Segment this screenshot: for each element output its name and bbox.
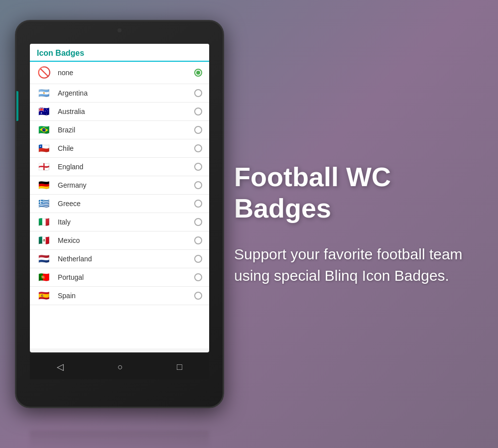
radio-button[interactable] — [194, 89, 202, 97]
flag-icon: 🇦🇺 — [37, 107, 51, 116]
item-label: none — [58, 69, 194, 77]
app-header: Icon Badges — [30, 44, 209, 62]
item-label: Netherland — [58, 255, 194, 263]
radio-button[interactable] — [194, 126, 202, 134]
no-badge-icon: 🚫 — [37, 66, 51, 80]
flag-icon: 🇮🇹 — [37, 217, 51, 227]
right-panel: Football WC Badges Support your favorite… — [209, 141, 498, 306]
flag-icon: 🏴󠁧󠁢󠁥󠁮󠁧󠁿 — [37, 162, 51, 172]
radio-button[interactable] — [194, 255, 202, 263]
radio-button[interactable] — [194, 218, 202, 226]
item-label: England — [58, 163, 194, 171]
list-item[interactable]: 🇦🇷 Argentina — [30, 84, 209, 103]
radio-button[interactable] — [194, 144, 202, 152]
flag-icon: 🇳🇱 — [37, 254, 51, 264]
tablet-device: Icon Badges 🚫 none 🇦🇷 Argentina 🇦🇺 Austr… — [15, 20, 224, 428]
app-title: Icon Badges — [37, 49, 84, 57]
list-item[interactable]: 🇧🇷 Brazil — [30, 121, 209, 139]
item-label: Australia — [58, 108, 194, 115]
list-item[interactable]: 🇵🇹 Portugal — [30, 268, 209, 287]
list-item[interactable]: 🇳🇱 Netherland — [30, 250, 209, 268]
tablet-reflection — [30, 431, 209, 448]
list-item[interactable]: 🚫 none — [30, 62, 209, 84]
radio-button[interactable] — [194, 200, 202, 208]
list-item[interactable]: 🏴󠁧󠁢󠁥󠁮󠁧󠁿 England — [30, 158, 209, 176]
list-item[interactable]: 🇮🇹 Italy — [30, 213, 209, 231]
list-item[interactable]: 🇪🇸 Spain — [30, 287, 209, 305]
item-label: Mexico — [58, 236, 194, 244]
app-list[interactable]: 🚫 none 🇦🇷 Argentina 🇦🇺 Australia 🇧🇷 Braz… — [30, 62, 209, 348]
radio-button[interactable] — [194, 163, 202, 171]
item-label: Italy — [58, 218, 194, 226]
radio-button[interactable] — [194, 181, 202, 189]
flag-icon: 🇨🇱 — [37, 143, 51, 153]
item-label: Germany — [58, 181, 194, 189]
subtitle-text: Support your favorite football team usin… — [234, 243, 473, 287]
recent-button[interactable]: □ — [177, 362, 182, 372]
item-label: Argentina — [58, 89, 194, 97]
flag-icon: 🇪🇸 — [37, 291, 51, 301]
flag-icon: 🇵🇹 — [37, 272, 51, 282]
main-title: Football WC Badges — [234, 161, 473, 223]
tablet-camera — [118, 28, 122, 32]
flag-icon: 🇩🇪 — [37, 180, 51, 190]
item-label: Greece — [58, 200, 194, 208]
list-item[interactable]: 🇦🇺 Australia — [30, 103, 209, 121]
tablet-body: Icon Badges 🚫 none 🇦🇷 Argentina 🇦🇺 Austr… — [15, 20, 224, 408]
flag-icon: 🇬🇷 — [37, 199, 51, 209]
list-item[interactable]: 🇩🇪 Germany — [30, 176, 209, 195]
list-item[interactable]: 🇨🇱 Chile — [30, 139, 209, 158]
radio-button[interactable] — [194, 236, 202, 244]
tablet-screen: Icon Badges 🚫 none 🇦🇷 Argentina 🇦🇺 Austr… — [30, 44, 209, 352]
volume-button — [16, 91, 18, 121]
flag-icon: 🇦🇷 — [37, 88, 51, 98]
radio-button[interactable] — [194, 69, 202, 77]
flag-icon: 🇧🇷 — [37, 125, 51, 135]
list-item[interactable]: 🇬🇷 Greece — [30, 195, 209, 213]
flag-icon: 🇲🇽 — [37, 235, 51, 245]
item-label: Chile — [58, 144, 194, 152]
nav-bar: ◁ ○ □ — [30, 354, 209, 379]
list-item[interactable]: 🇲🇽 Mexico — [30, 231, 209, 250]
radio-button[interactable] — [194, 273, 202, 281]
back-button[interactable]: ◁ — [57, 361, 64, 372]
item-label: Spain — [58, 292, 194, 300]
radio-button[interactable] — [194, 108, 202, 115]
home-button[interactable]: ○ — [118, 362, 123, 372]
item-label: Brazil — [58, 126, 194, 134]
item-label: Portugal — [58, 273, 194, 281]
radio-button[interactable] — [194, 292, 202, 300]
